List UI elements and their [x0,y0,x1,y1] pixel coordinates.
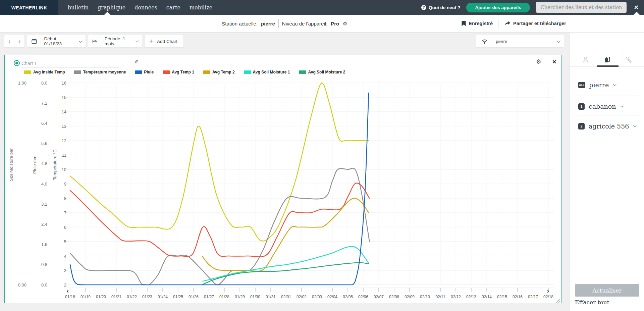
axis-tick-label: 4 [64,254,66,259]
legend-swatch [163,70,170,74]
axis-tick-label: 0.8 [41,262,47,267]
axis-tick-label: 13 [62,124,66,129]
add-devices-button[interactable]: Ajouter des appareils [466,3,530,12]
legend-label: Avg Inside Temp [33,70,65,74]
share-icon [504,21,511,26]
pencil-icon[interactable]: ✎ [134,59,139,65]
scroll-left-icon[interactable]: ‹ [67,287,69,294]
saved-button[interactable]: Enregistré [462,21,493,27]
axis-tick-label: 4.8 [41,161,47,166]
x-axis-date-label: 01/29 [235,295,245,299]
share-download-button[interactable]: Partager et télécharger [504,21,566,26]
legend-swatch [74,70,81,74]
device-name: cabanon [589,103,616,110]
devices-icon [603,56,611,63]
axis-tick-label: 4.0 [41,182,47,187]
divider [278,19,279,28]
nav-item-carte[interactable]: carte [166,4,180,11]
scroll-right-icon[interactable]: › [547,287,549,294]
chevron-down-icon [620,104,624,107]
x-axis-date-label: 02/09 [405,295,415,299]
x-axis-date-label: 02/03 [312,295,322,299]
chart-plot[interactable]: 1.000.00Soil Moisture bar8.07.26.45.64.8… [5,55,561,303]
axis-tick-label: 10 [62,167,66,172]
axis-tick-label: 15 [62,95,66,100]
refresh-button[interactable]: Actualiser [575,284,639,297]
device-sidebar: WLLpierre1cabanon2agricole 556 Actualise… [569,33,644,311]
legend-item[interactable]: Avg Soil Moisture 1 [244,70,290,74]
axis-tick-label: 3 [64,268,66,273]
legend-item[interactable]: Avg Soil Moisture 2 [299,70,345,74]
plus-icon: + [149,38,153,45]
x-axis-date-label: 01/19 [80,295,91,299]
period-label: Période: 1 mois [105,36,132,46]
axis-tick-label: 8.0 [41,81,47,86]
x-axis-date-label: 02/04 [327,295,337,299]
device-row-pierre[interactable]: WLLpierre [578,81,639,89]
content-area: ‹ › Début: 01/18/23 Période: 1 mois [0,33,569,311]
chart-radio[interactable] [14,60,20,66]
x-axis-date-label: 02/12 [451,295,461,299]
date-nav-group: ‹ › [4,35,25,48]
chevron-down-icon [79,39,83,43]
weatherlink-app: WEATHERLINK bulletingraphiquedonnéescart… [0,0,644,311]
nav-item-mobilize[interactable]: mobilize [190,4,212,11]
x-axis-date-label: 01/24 [158,295,168,299]
whats-new-link[interactable]: ? Quoi de neuf ? [421,5,461,10]
divider [575,115,639,115]
tab-user[interactable] [581,55,590,64]
x-axis-date-label: 02/16 [513,295,523,299]
weatherlink-logo[interactable]: WEATHERLINK [0,0,58,15]
chart-title-input[interactable] [21,59,119,67]
axis-tick-label: 9 [64,182,66,187]
nav-item-données[interactable]: données [135,4,157,11]
legend-label: Avg Soil Moisture 1 [253,70,290,74]
axis-tick-label: 11 [62,153,67,158]
legend-item[interactable]: Température moyenne [74,70,126,74]
device-row-cabanon[interactable]: 1cabanon [578,102,639,110]
axis-tick-label: 0.0 [41,282,47,288]
axis-tick-label: 3.2 [41,202,47,207]
add-chart-button[interactable]: + Add Chart [144,35,184,48]
x-axis-date-label: 01/20 [96,295,106,299]
device-row-agricole-556[interactable]: 2agricole 556 [578,122,639,130]
prev-arrow-button[interactable]: ‹ [4,38,14,45]
search-input[interactable] [536,2,627,13]
share-label: Partager et télécharger [513,21,566,26]
axis-tick-label: 8 [64,196,66,201]
resize-handle[interactable] [556,299,560,303]
axis-tick-label: 14 [62,109,66,114]
axis-tick-label: 1.6 [41,242,47,247]
chart-settings-gear-icon[interactable]: ⚙ [536,58,541,65]
next-arrow-button[interactable]: › [14,38,24,45]
nav-item-graphique[interactable]: graphique [98,4,125,11]
chart-close-icon[interactable]: ✕ [552,59,556,65]
station-select[interactable]: pierre [476,35,564,48]
tab-devices[interactable] [603,55,611,64]
tab-settings[interactable] [624,55,633,64]
clear-all-link[interactable]: Effacer tout [575,299,609,306]
legend-item[interactable]: Avg Inside Temp [24,70,65,74]
x-axis-date-label: 02/13 [466,295,476,299]
period-picker[interactable]: Période: 1 mois [88,35,142,48]
series-température-moyenne [70,168,369,285]
legend-item[interactable]: Pluie [135,70,154,74]
station-value: pierre [261,21,275,27]
legend-item[interactable]: Avg Temp 1 [163,70,194,74]
legend-item[interactable]: Avg Temp 2 [203,70,235,74]
chart-card: 1.000.00Soil Moisture bar8.07.26.45.64.8… [4,55,561,303]
x-axis-date-label: 01/26 [189,295,199,299]
nav-item-bulletin[interactable]: bulletin [68,4,89,11]
chevron-down-icon [613,83,616,86]
legend-label: Avg Temp 2 [212,70,235,74]
series-avg-inside-temp [70,83,369,241]
active-tab-caret [104,12,110,15]
x-axis-date-label: 01/23 [142,295,152,299]
start-date-label: Début: 01/18/23 [44,36,76,46]
divider [575,96,639,96]
start-date-picker[interactable]: Début: 01/18/23 [27,35,86,48]
x-axis-date-label: 01/18 [65,295,75,299]
close-icon[interactable]: ✕ [633,4,640,11]
station-header: Station actuelle: pierre Niveau de l'app… [0,15,644,33]
gear-icon[interactable]: ⚙ [342,20,347,27]
